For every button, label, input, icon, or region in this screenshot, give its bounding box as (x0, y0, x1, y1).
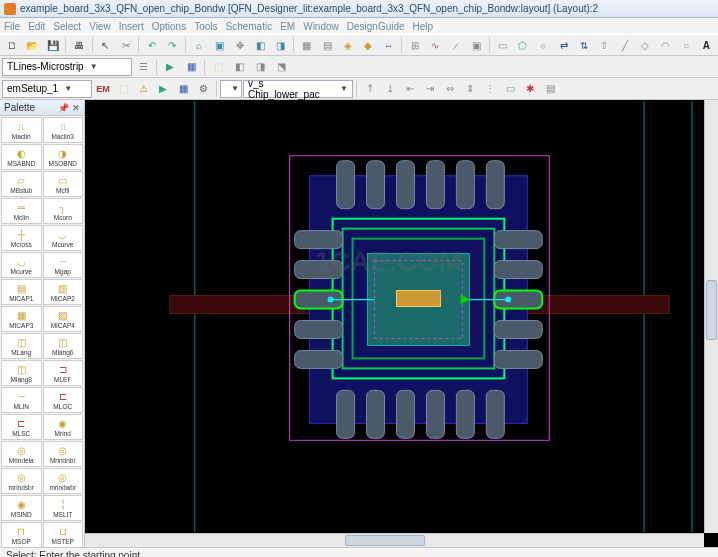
horizontal-scrollbar[interactable] (85, 533, 704, 547)
menu-edit[interactable]: Edit (28, 21, 45, 32)
text-icon[interactable]: A (697, 36, 716, 54)
settings-icon[interactable]: ◈ (338, 36, 357, 54)
palette-item-mrindnbr[interactable]: ◎Mrindnbr (43, 441, 84, 467)
palette-item-msop[interactable]: ⊓MSOP (1, 522, 42, 547)
palette-item-mlang8[interactable]: ◫Mlang8 (1, 360, 42, 386)
cube-icon[interactable]: ⬚ (113, 79, 133, 97)
palette-item-mrindela[interactable]: ◎Mrindela (1, 441, 42, 467)
palette-item-mrindsbr[interactable]: ◎mrindsbr (1, 468, 42, 494)
poly-icon[interactable]: ⬠ (513, 36, 532, 54)
cut-icon[interactable]: ✂ (116, 36, 135, 54)
new-icon[interactable]: 🗋 (2, 36, 21, 54)
layer-swatch-dropdown[interactable]: ▼ (220, 80, 242, 98)
menu-insert[interactable]: Insert (119, 21, 144, 32)
layout-canvas[interactable]: 1CAE.COM (85, 100, 704, 533)
view-front-icon[interactable]: ◧ (229, 58, 249, 76)
menu-schematic[interactable]: Schematic (226, 21, 273, 32)
list-icon[interactable]: ☰ (133, 58, 153, 76)
palette-item-maclin3[interactable]: ⎍Maclin3 (43, 117, 84, 143)
palette-item-mlin[interactable]: ─MLIN (1, 387, 42, 413)
zoom-fit-icon[interactable]: ▣ (210, 36, 229, 54)
palette-item-mloc[interactable]: ⊏MLOC (43, 387, 84, 413)
palette-item-mcorn[interactable]: ┐Mcorn (43, 198, 84, 224)
ruler-icon[interactable]: ▤ (540, 80, 560, 98)
flip-h-icon[interactable]: ⇄ (554, 36, 573, 54)
palette-item-mlef[interactable]: ⊐MLEF (43, 360, 84, 386)
palette-item-mslit[interactable]: ╎MSLIT (43, 495, 84, 521)
palette-item-mrind[interactable]: ◉Mrind (43, 414, 84, 440)
component-icon[interactable]: ⊞ (405, 36, 424, 54)
ic-icon[interactable]: ▣ (466, 36, 485, 54)
pointer-icon[interactable]: ↖ (96, 36, 115, 54)
open-icon[interactable]: 📂 (22, 36, 41, 54)
em-setup-dropdown[interactable]: emSetup_1 ▼ (2, 80, 92, 98)
goto-results-icon[interactable]: ▦ (181, 58, 201, 76)
flip-v-icon[interactable]: ⇅ (574, 36, 593, 54)
palette-item-mbstub[interactable]: ▱MBstub (1, 171, 42, 197)
menu-file[interactable]: File (4, 21, 20, 32)
palette-category-dropdown[interactable]: TLines-Microstrip ▼ (2, 58, 132, 76)
layers-icon[interactable]: ▤ (318, 36, 337, 54)
palette-item-mcurve[interactable]: ◡Mcurve (43, 225, 84, 251)
menu-options[interactable]: Options (152, 21, 186, 32)
pin-icon[interactable]: 📌 ✕ (58, 103, 80, 113)
curve-icon[interactable]: ◠ (656, 36, 675, 54)
palette-item-micap2[interactable]: ▥MICAP2 (43, 279, 84, 305)
palette-item-mclin[interactable]: ═Mclin (1, 198, 42, 224)
palette-item-mlsc[interactable]: ⊏MLSC (1, 414, 42, 440)
goto-schematic-icon[interactable]: ▶ (160, 58, 180, 76)
group-icon[interactable]: ▭ (500, 80, 520, 98)
palette-item-mcfil[interactable]: ▭Mcfil (43, 171, 84, 197)
distribute-icon[interactable]: ⋮ (480, 80, 500, 98)
measure-icon[interactable]: ↔ (379, 36, 398, 54)
palette-item-micap4[interactable]: ▧MICAP4 (43, 306, 84, 332)
align-right-icon[interactable]: ⇥ (420, 80, 440, 98)
menu-window[interactable]: Window (303, 21, 339, 32)
palette-item-mcross[interactable]: ┼Mcross (1, 225, 42, 251)
options-icon[interactable]: ◆ (358, 36, 377, 54)
menu-help[interactable]: Help (413, 21, 434, 32)
redo-icon[interactable]: ↷ (163, 36, 182, 54)
menu-em[interactable]: EM (280, 21, 295, 32)
palette-item-maclin[interactable]: ⎍Maclin (1, 117, 42, 143)
palette-item-mrindwbr[interactable]: ◎mrindwbr (43, 468, 84, 494)
scrollbar-thumb[interactable] (706, 280, 717, 340)
view3d-icon[interactable]: ⬚ (208, 58, 228, 76)
scrollbar-thumb[interactable] (345, 535, 425, 546)
menu-tools[interactable]: Tools (194, 21, 217, 32)
view-3d-icon[interactable]: ◧ (250, 36, 269, 54)
gear-icon[interactable]: ⚙ (193, 79, 213, 97)
align-top-icon[interactable]: ⤒ (360, 80, 380, 98)
undo-icon[interactable]: ↶ (142, 36, 161, 54)
palette-item-mgap[interactable]: ╌Mgap (43, 252, 84, 278)
palette-item-micap1[interactable]: ▤MICAP1 (1, 279, 42, 305)
align-bottom-icon[interactable]: ⤓ (380, 80, 400, 98)
em-setup-icon[interactable]: EM (93, 80, 113, 98)
palette-item-mlang6[interactable]: ◫Mlang6 (43, 333, 84, 359)
rect-icon[interactable]: ▭ (493, 36, 512, 54)
shape-icon[interactable]: ◇ (636, 36, 655, 54)
path-icon[interactable]: ⟋ (446, 36, 465, 54)
results-icon[interactable]: ▦ (173, 79, 193, 97)
rotate-45-icon[interactable]: ⟐ (534, 36, 553, 54)
wire-icon[interactable]: ∿ (426, 36, 445, 54)
layer-name-dropdown[interactable]: v_s Chip_lower_pac ▼ (243, 80, 353, 98)
palette-item-msobnd[interactable]: ◑MSOBND (43, 144, 84, 170)
grid-icon[interactable]: ▦ (297, 36, 316, 54)
save-icon[interactable]: 💾 (43, 36, 62, 54)
menu-view[interactable]: View (89, 21, 111, 32)
vertical-scrollbar[interactable] (704, 100, 718, 533)
snap-icon[interactable]: ✱ (520, 80, 540, 98)
view-iso-icon[interactable]: ⬔ (271, 58, 291, 76)
center-h-icon[interactable]: ⇔ (440, 80, 460, 98)
palette-item-msabnd[interactable]: ◐MSABND (1, 144, 42, 170)
palette-item-mlang[interactable]: ◫MLang (1, 333, 42, 359)
palette-item-msind[interactable]: ◉MSIND (1, 495, 42, 521)
line-icon[interactable]: ╱ (615, 36, 634, 54)
circle-icon[interactable]: ○ (676, 36, 695, 54)
pan-icon[interactable]: ✥ (230, 36, 249, 54)
zoom-area-icon[interactable]: ⌕ (189, 36, 208, 54)
print-icon[interactable]: 🖶 (69, 36, 88, 54)
menu-designguide[interactable]: DesignGuide (347, 21, 405, 32)
view-side-icon[interactable]: ◨ (250, 58, 270, 76)
